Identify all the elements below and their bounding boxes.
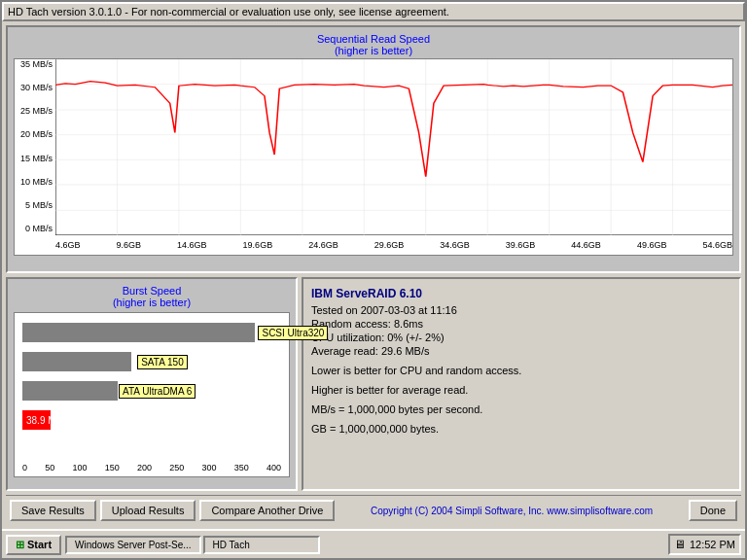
info-note3: MB/s = 1,000,000 bytes per second. (311, 403, 731, 415)
chart-svg-wrapper (55, 59, 732, 235)
taskbar-item-hdtach-label: HD Tach (213, 540, 250, 550)
copyright-text: Copyright (C) 2004 Simpli Software, Inc.… (338, 506, 684, 516)
done-button[interactable]: Done (689, 500, 737, 521)
info-tested: Tested on 2007-03-03 at 11:16 (311, 304, 731, 316)
taskbar: ⊞ Start Windows Server Post-Se... HD Tac… (2, 529, 745, 558)
bar-row-current: 38.9 MB/s (22, 408, 281, 432)
info-avg-read: Average read: 29.6 MB/s (311, 345, 731, 357)
y-axis: 0 MB/s 5 MB/s 10 MB/s 15 MB/s 20 MB/s 25… (15, 59, 55, 235)
compare-button[interactable]: Compare Another Drive (199, 500, 335, 521)
bar-label-current: 38.9 MB/s (26, 415, 70, 426)
bar-row-ata: ATA UltraDMA 6 (22, 379, 281, 402)
info-random: Random access: 8.6ms (311, 318, 731, 330)
burst-title: Burst Speed (higher is better) (14, 285, 290, 308)
bar-current: 38.9 MB/s (22, 410, 51, 430)
network-icon: 🖥 (674, 538, 686, 551)
bar-label-ata: ATA UltraDMA 6 (119, 384, 196, 399)
save-button[interactable]: Save Results (10, 500, 96, 521)
window-title: HD Tach version 3.0.1.0 - For non-commer… (8, 6, 449, 18)
bottom-section: Burst Speed (higher is better) SCSI Ultr… (6, 277, 741, 491)
taskbar-item-server-label: Windows Server Post-Se... (75, 540, 191, 550)
start-icon: ⊞ (16, 539, 24, 551)
start-button[interactable]: ⊞ Start (6, 535, 61, 555)
taskbar-items: Windows Server Post-Se... HD Tach (65, 536, 664, 554)
taskbar-tray: 🖥 12:52 PM (668, 534, 741, 555)
main-window: HD Tach version 3.0.1.0 - For non-commer… (0, 0, 747, 560)
bar-sata: SATA 150 (22, 352, 131, 371)
taskbar-item-server[interactable]: Windows Server Post-Se... (65, 536, 200, 554)
drive-title: IBM ServeRAID 6.10 (311, 287, 731, 300)
bar-scsi: SCSI Ultra320 (22, 323, 255, 342)
burst-x-axis: 0 50 100 150 200 250 300 350 400 (22, 463, 281, 472)
bar-label-sata: SATA 150 (137, 355, 188, 369)
seq-chart-area: 0 MB/s 5 MB/s 10 MB/s 15 MB/s 20 MB/s 25… (14, 58, 733, 256)
seq-chart-svg (55, 59, 732, 235)
info-note1: Lower is better for CPU and random acces… (311, 365, 731, 376)
title-bar: HD Tach version 3.0.1.0 - For non-commer… (2, 2, 745, 21)
toolbar: Save Results Upload Results Compare Anot… (6, 495, 741, 525)
start-label: Start (27, 539, 52, 550)
bar-row-sata: SATA 150 (22, 350, 281, 373)
bar-label-scsi: SCSI Ultra320 (258, 326, 328, 340)
content-area: Sequential Read Speed (higher is better)… (2, 21, 745, 529)
seq-chart-title: Sequential Read Speed (higher is better) (14, 33, 733, 56)
clock: 12:52 PM (690, 539, 735, 550)
burst-speed-panel: Burst Speed (higher is better) SCSI Ultr… (6, 277, 298, 491)
upload-button[interactable]: Upload Results (100, 500, 196, 521)
taskbar-item-hdtach[interactable]: HD Tach (203, 536, 320, 554)
bar-ata: ATA UltraDMA 6 (22, 381, 118, 401)
x-axis: 4.6GB 9.6GB 14.6GB 19.6GB 24.6GB 29.6GB … (55, 235, 732, 255)
burst-chart-area: SCSI Ultra320 SATA 150 ATA UltraDMA 6 (14, 312, 290, 477)
info-note4: GB = 1,000,000,000 bytes. (311, 423, 731, 435)
info-panel: IBM ServeRAID 6.10 Tested on 2007-03-03 … (302, 277, 741, 491)
info-note2: Higher is better for average read. (311, 384, 731, 396)
sequential-read-panel: Sequential Read Speed (higher is better)… (6, 25, 741, 273)
bar-row-scsi: SCSI Ultra320 (22, 321, 281, 344)
info-cpu: CPU utilization: 0% (+/- 2%) (311, 332, 731, 343)
